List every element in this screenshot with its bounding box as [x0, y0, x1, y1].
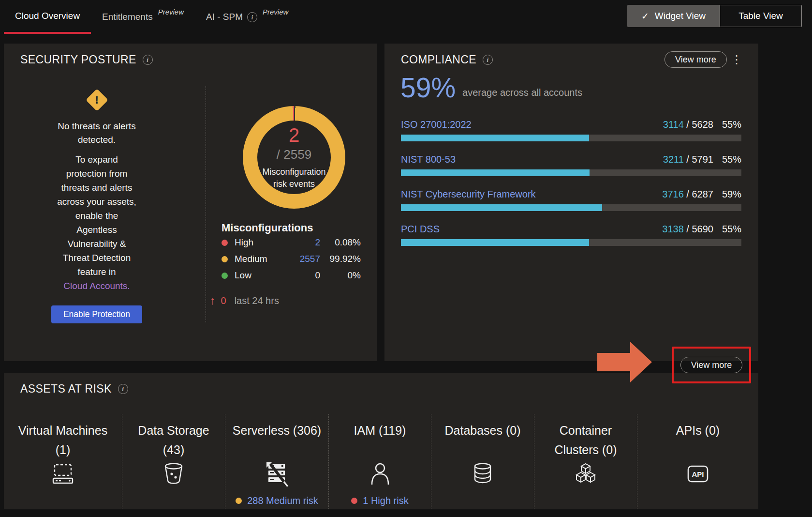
serverless-risk-link[interactable]: 288 Medium risk	[225, 495, 328, 506]
tile-apis[interactable]: APIs (0) API	[637, 414, 758, 509]
standard-values: 3211 / 579155%	[663, 154, 741, 165]
progress-track	[401, 135, 741, 141]
standard-name-link[interactable]: PCI DSS	[401, 224, 440, 235]
legend-label: Medium	[235, 254, 274, 264]
cloud-accounts-link[interactable]: Cloud Accounts.	[48, 279, 145, 293]
progress-fill	[401, 135, 589, 141]
medium-severity-dot	[221, 256, 228, 262]
percent-label: 55%	[722, 119, 741, 130]
vertical-divider	[206, 86, 206, 322]
up-arrow-icon: ↑	[210, 294, 216, 307]
iam-person-icon	[329, 461, 431, 489]
misconfiguration-donut-chart[interactable]: 2 / 2559 Misconfiguration risk events	[243, 106, 345, 209]
security-posture-card: SECURITY POSTURE No threats or alerts de…	[4, 44, 377, 361]
annotation-highlight-box: View more	[672, 347, 751, 383]
standard-values: 3114 / 562855%	[663, 119, 741, 130]
donut-value: 2	[289, 124, 299, 146]
tile-iam[interactable]: IAM (119) 1 High risk	[329, 414, 431, 509]
trend-value: 0	[221, 295, 226, 306]
data-storage-icon	[122, 461, 225, 489]
standard-name-link[interactable]: NIST 800-53	[401, 154, 456, 165]
assets-at-risk-card: ASSETS AT RISK Virtual Machines (1) Data…	[4, 373, 758, 509]
widget-view-label: Widget View	[655, 11, 706, 21]
trend-label: last 24 hrs	[235, 295, 279, 306]
tab-ai-spm[interactable]: AI - SPM Preview	[195, 0, 299, 34]
total-count: / 5690	[684, 224, 713, 234]
risk-label: 288 Medium risk	[247, 495, 318, 506]
tile-label: Databases (0)	[431, 421, 534, 459]
tile-label: Serverless (306)	[225, 421, 328, 459]
risk-label: 1 High risk	[363, 495, 408, 506]
serverless-icon	[225, 461, 328, 489]
progress-track	[401, 239, 741, 246]
donut-total: / 2559	[277, 146, 311, 163]
tile-label: Data Storage (43)	[129, 421, 219, 459]
threat-alert-panel: No threats or alerts detected. To expand…	[48, 89, 145, 323]
standards-list: ISO 27001:2022 3114 / 562855% NIST 800-5…	[401, 119, 741, 258]
passed-count-link[interactable]: 3211	[663, 154, 684, 165]
info-icon[interactable]	[483, 55, 493, 65]
tab-entitlements[interactable]: EntitlementsPreview	[91, 0, 195, 34]
warning-icon	[86, 89, 108, 111]
tile-databases[interactable]: Databases (0)	[431, 414, 534, 509]
top-nav: Cloud Overview EntitlementsPreview AI - …	[0, 0, 812, 34]
high-risk-dot	[351, 498, 357, 504]
virtual-machines-icon	[4, 461, 122, 489]
table-view-button[interactable]: Table View	[720, 5, 802, 27]
standard-values: 3716 / 628759%	[662, 189, 741, 200]
card-title-text: SECURITY POSTURE	[20, 53, 136, 66]
tile-container-clusters[interactable]: Container Clusters (0)	[534, 414, 637, 509]
assets-view-more-button[interactable]: View more	[680, 357, 743, 373]
score-caption: average across all accounts	[462, 87, 582, 102]
preview-badge: Preview	[158, 8, 184, 16]
low-severity-dot	[221, 273, 228, 279]
tab-label: AI - SPM	[206, 12, 243, 22]
info-icon[interactable]	[247, 12, 257, 22]
tile-label: IAM (119)	[329, 421, 431, 459]
compliance-view-more-button[interactable]: View more	[664, 51, 727, 68]
tab-label: Entitlements	[102, 12, 153, 22]
assets-at-risk-title: ASSETS AT RISK	[20, 382, 128, 395]
enable-protection-button[interactable]: Enable Protection	[51, 305, 142, 323]
percent-label: 55%	[722, 224, 741, 234]
medium-count-link[interactable]: 2557	[274, 254, 320, 264]
progress-fill	[401, 204, 602, 211]
progress-fill	[401, 239, 589, 246]
standard-name-link[interactable]: NIST Cybersecurity Framework	[401, 189, 536, 200]
passed-count-link[interactable]: 3716	[662, 189, 684, 199]
passed-count-link[interactable]: 3138	[662, 224, 684, 234]
legend-percent: 0%	[320, 270, 361, 281]
apis-icon: API	[637, 461, 758, 489]
standard-row: NIST Cybersecurity Framework 3716 / 6287…	[401, 189, 741, 211]
tile-data-storage[interactable]: Data Storage (43)	[122, 414, 225, 509]
view-toggle: Widget View Table View	[627, 5, 802, 27]
tile-serverless[interactable]: Serverless (306)	[225, 414, 329, 509]
widget-view-button[interactable]: Widget View	[627, 5, 720, 27]
databases-icon	[431, 461, 534, 489]
passed-count-link[interactable]: 3114	[663, 119, 684, 130]
kebab-menu-icon[interactable]	[732, 51, 741, 68]
info-icon[interactable]	[118, 384, 128, 394]
security-posture-title: SECURITY POSTURE	[20, 53, 153, 66]
legend-percent: 99.92%	[320, 254, 361, 264]
checkmark-icon	[641, 11, 649, 22]
legend-label: High	[235, 237, 274, 248]
standard-name-link[interactable]: ISO 27001:2022	[401, 119, 472, 130]
tab-label: Cloud Overview	[15, 11, 80, 21]
progress-fill	[401, 169, 590, 176]
total-count: / 5791	[684, 154, 713, 165]
tile-label: Virtual Machines (1)	[18, 421, 108, 459]
high-severity-dot	[221, 240, 228, 246]
compliance-card: COMPLIANCE View more 59% average across …	[384, 44, 758, 361]
tile-virtual-machines[interactable]: Virtual Machines (1)	[4, 414, 122, 509]
compliance-title: COMPLIANCE	[401, 53, 493, 66]
compliance-score: 59% average across all accounts	[400, 74, 582, 102]
percent-label: 59%	[722, 189, 741, 199]
iam-risk-link[interactable]: 1 High risk	[329, 495, 431, 506]
annotation-arrow-icon	[597, 340, 653, 386]
info-icon[interactable]	[143, 55, 153, 65]
high-count-link[interactable]: 2	[274, 237, 320, 248]
tab-cloud-overview[interactable]: Cloud Overview	[4, 0, 91, 34]
percent-label: 55%	[722, 154, 741, 165]
total-count: / 5628	[684, 119, 713, 130]
